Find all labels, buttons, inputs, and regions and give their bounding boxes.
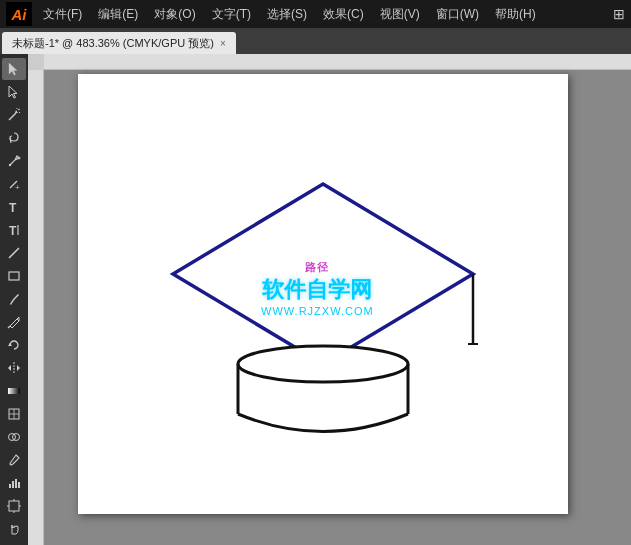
svg-marker-0	[9, 63, 17, 75]
ruler-vertical	[28, 54, 44, 545]
svg-marker-3	[15, 110, 18, 113]
mesh-tool[interactable]	[2, 403, 26, 425]
menu-edit[interactable]: 编辑(E)	[91, 3, 145, 26]
svg-line-14	[9, 248, 19, 258]
svg-rect-28	[9, 484, 11, 488]
svg-text:+: +	[15, 183, 20, 191]
paintbrush-tool[interactable]	[2, 288, 26, 310]
tab-label: 未标题-1* @ 483.36% (CMYK/GPU 预览)	[12, 36, 214, 51]
svg-rect-31	[18, 482, 20, 488]
menu-window[interactable]: 窗口(W)	[429, 3, 486, 26]
menu-help[interactable]: 帮助(H)	[488, 3, 543, 26]
svg-line-4	[18, 109, 20, 110]
graph-tool[interactable]	[2, 472, 26, 494]
artboard-tool[interactable]	[2, 495, 26, 517]
shape-builder-tool[interactable]	[2, 426, 26, 448]
lasso-tool[interactable]	[2, 127, 26, 149]
main-area: + T T	[0, 54, 631, 545]
canvas-container[interactable]: 路径 软件自学网 WWW.RJZXW.COM	[28, 54, 631, 545]
svg-line-7	[10, 138, 11, 143]
svg-text:T: T	[9, 224, 17, 237]
vertical-type-tool[interactable]: T	[2, 219, 26, 241]
menu-select[interactable]: 选择(S)	[260, 3, 314, 26]
type-tool[interactable]: T	[2, 196, 26, 218]
rotate-tool[interactable]	[2, 334, 26, 356]
svg-text:T: T	[9, 201, 17, 214]
zoom-tool[interactable]	[2, 541, 26, 545]
rect-tool[interactable]	[2, 265, 26, 287]
hand-tool[interactable]	[2, 518, 26, 540]
panel-grid-icon[interactable]: ⊞	[613, 6, 625, 22]
menu-view[interactable]: 视图(V)	[373, 3, 427, 26]
title-bar: Ai 文件(F) 编辑(E) 对象(O) 文字(T) 选择(S) 效果(C) 视…	[0, 0, 631, 28]
svg-marker-19	[8, 365, 11, 371]
line-segment-tool[interactable]	[2, 242, 26, 264]
document-tab[interactable]: 未标题-1* @ 483.36% (CMYK/GPU 预览) ×	[2, 32, 236, 54]
svg-point-46	[238, 346, 408, 382]
menu-object[interactable]: 对象(O)	[147, 3, 202, 26]
left-toolbar: + T T	[0, 54, 28, 545]
svg-rect-21	[8, 388, 20, 394]
menu-type[interactable]: 文字(T)	[205, 3, 258, 26]
ruler-horizontal	[28, 54, 631, 70]
svg-rect-29	[12, 481, 14, 488]
add-anchor-tool[interactable]: +	[2, 173, 26, 195]
svg-point-8	[9, 164, 11, 166]
document-canvas[interactable]: 路径 软件自学网 WWW.RJZXW.COM	[78, 74, 568, 514]
ai-logo: Ai	[6, 2, 32, 26]
svg-marker-45	[173, 184, 473, 364]
pen-tool[interactable]	[2, 150, 26, 172]
menu-bar: 文件(F) 编辑(E) 对象(O) 文字(T) 选择(S) 效果(C) 视图(V…	[36, 3, 605, 26]
svg-rect-15	[9, 272, 19, 280]
pencil-tool[interactable]	[2, 311, 26, 333]
svg-line-16	[8, 326, 10, 328]
svg-line-5	[19, 112, 20, 113]
grad-cap-illustration	[163, 154, 483, 434]
selection-tool[interactable]	[2, 58, 26, 80]
ruler-corner	[28, 54, 44, 70]
svg-line-2	[9, 113, 16, 120]
svg-marker-20	[17, 365, 20, 371]
svg-marker-17	[8, 343, 12, 346]
direct-select-tool[interactable]	[2, 81, 26, 103]
menu-file[interactable]: 文件(F)	[36, 3, 89, 26]
menu-effect[interactable]: 效果(C)	[316, 3, 371, 26]
svg-rect-32	[9, 501, 19, 511]
tab-close-button[interactable]: ×	[220, 38, 226, 49]
svg-marker-1	[9, 86, 17, 98]
magic-wand-tool[interactable]	[2, 104, 26, 126]
svg-line-27	[17, 456, 19, 458]
tab-bar: 未标题-1* @ 483.36% (CMYK/GPU 预览) ×	[0, 28, 631, 54]
eyedropper-tool[interactable]	[2, 449, 26, 471]
svg-rect-30	[15, 479, 17, 488]
gradient-tool[interactable]	[2, 380, 26, 402]
reflect-tool[interactable]	[2, 357, 26, 379]
